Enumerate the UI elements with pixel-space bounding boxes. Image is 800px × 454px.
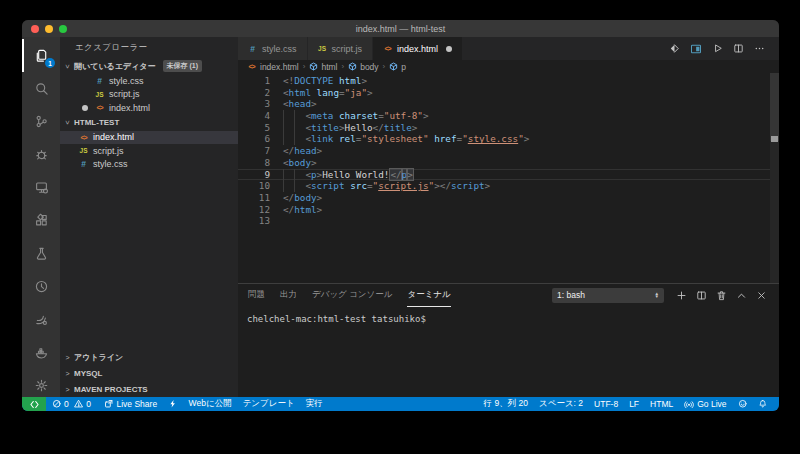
- code-line-11[interactable]: 11</body>: [238, 192, 779, 204]
- activity-item-settings[interactable]: [22, 369, 60, 402]
- chevron-down-icon: >: [64, 62, 71, 71]
- editor-scrollbar[interactable]: [770, 73, 779, 283]
- zoom-window-button[interactable]: [59, 25, 67, 33]
- section-アウトライン[interactable]: >アウトライン: [60, 349, 238, 365]
- tab-script.js[interactable]: JSscript.js: [308, 37, 374, 60]
- go-live-icon: [684, 399, 694, 409]
- status-language-mode[interactable]: HTML: [645, 397, 679, 411]
- code-line-3[interactable]: 3<head>: [238, 98, 779, 110]
- code-editor[interactable]: 1<!DOCTYPE html>2<html lang="ja">3<head>…: [238, 73, 779, 283]
- panel-tab-デバッグ コンソール[interactable]: デバッグ コンソール: [312, 284, 392, 307]
- line-number: 5: [238, 122, 283, 134]
- activity-item-debug[interactable]: [22, 138, 60, 171]
- more-actions-button[interactable]: [754, 43, 765, 54]
- format-document-button[interactable]: [669, 43, 680, 54]
- symbol-icon: [348, 62, 357, 71]
- status-go-live[interactable]: Go Live: [679, 397, 732, 411]
- terminal-output[interactable]: chelchel-mac:html-test tatsuhiko$: [238, 306, 779, 397]
- activity-item-explorer[interactable]: 1: [22, 39, 60, 72]
- code-token: </: [440, 180, 451, 192]
- section-maven-projects[interactable]: >MAVEN PROJECTS: [60, 381, 238, 397]
- activity-item-source-control[interactable]: [22, 105, 60, 138]
- code-line-10[interactable]: 10<script src="script.js"></script>: [238, 180, 779, 192]
- code-token: script.js: [378, 180, 428, 192]
- code-token: style.css: [468, 133, 518, 145]
- code-line-8[interactable]: 8<body>: [238, 157, 779, 169]
- minimize-window-button[interactable]: [45, 25, 53, 33]
- section-mysql[interactable]: >MYSQL: [60, 365, 238, 381]
- chevron-right-icon: >: [63, 370, 72, 377]
- tree-item[interactable]: #style.css: [60, 158, 238, 172]
- code-line-9[interactable]: 9<p>Hello World!</p>: [238, 169, 779, 181]
- activity-item-live-share[interactable]: [22, 303, 60, 336]
- status-indentation[interactable]: スペース: 2: [533, 397, 588, 411]
- open-editor-item[interactable]: <>index.html: [60, 101, 238, 115]
- split-terminal-button[interactable]: [696, 290, 707, 301]
- line-number: 11: [238, 192, 283, 204]
- line-number: 1: [238, 75, 283, 87]
- status-template[interactable]: テンプレート: [237, 397, 300, 411]
- open-editors-header[interactable]: > 開いているエディター 未保存 (1): [60, 58, 238, 74]
- file-name: style.css: [109, 76, 144, 86]
- live-share-icon: [34, 312, 49, 327]
- run-file-button[interactable]: [712, 43, 723, 54]
- code-token: >: [317, 192, 323, 204]
- close-window-button[interactable]: [31, 25, 39, 33]
- kill-terminal-button[interactable]: [716, 290, 727, 301]
- chevron-down-icon: >: [64, 118, 71, 127]
- code-line-13[interactable]: 13: [238, 215, 779, 227]
- status-publish-web[interactable]: Webに公開: [183, 397, 237, 411]
- panel-tab-ターミナル[interactable]: ターミナル: [407, 284, 450, 307]
- status-feedback-smiley[interactable]: [732, 397, 753, 411]
- close-panel-button[interactable]: [756, 290, 767, 301]
- open-editor-item[interactable]: #style.css: [60, 74, 238, 88]
- activity-item-docker[interactable]: [22, 336, 60, 369]
- open-preview-button[interactable]: [690, 43, 702, 55]
- status-run[interactable]: 実行: [300, 397, 328, 411]
- breadcrumb-item-html[interactable]: html: [309, 62, 337, 72]
- code-line-12[interactable]: 12</html>: [238, 204, 779, 216]
- maximize-panel-button[interactable]: [736, 290, 747, 301]
- tab-style.css[interactable]: #style.css: [238, 37, 308, 60]
- tree-item[interactable]: <>index.html: [60, 131, 238, 145]
- panel-tab-問題[interactable]: 問題: [248, 284, 265, 307]
- status-live-share[interactable]: Live Share: [98, 397, 162, 411]
- status-cursor-position[interactable]: 行 9、列 20: [478, 397, 533, 411]
- activity-item-tests[interactable]: [22, 237, 60, 270]
- html-file-icon: <>: [383, 45, 392, 52]
- panel-tab-出力[interactable]: 出力: [280, 284, 297, 307]
- indent-guide: [294, 180, 305, 192]
- new-terminal-button[interactable]: [676, 290, 687, 301]
- breadcrumb-item-p[interactable]: p: [389, 62, 406, 72]
- code-token: <!: [283, 75, 294, 87]
- breadcrumb-item-body[interactable]: body: [348, 62, 378, 72]
- code-token: >: [311, 157, 317, 169]
- code-line-7[interactable]: 7</head>: [238, 145, 779, 157]
- code-line-1[interactable]: 1<!DOCTYPE html>: [238, 75, 779, 87]
- folder-header[interactable]: > HTML-TEST: [60, 115, 238, 131]
- split-editor-button[interactable]: [733, 43, 744, 54]
- status-eol[interactable]: LF: [624, 397, 645, 411]
- activity-item-remote-explorer[interactable]: [22, 171, 60, 204]
- activity-item-extensions[interactable]: [22, 204, 60, 237]
- tree-item[interactable]: JSscript.js: [60, 144, 238, 158]
- code-line-4[interactable]: 4<meta charset="utf-8">: [238, 110, 779, 122]
- status-encoding[interactable]: UTF-8: [589, 397, 624, 411]
- tab-index.html[interactable]: <>index.html: [373, 37, 463, 60]
- code-line-2[interactable]: 2<html lang="ja">: [238, 87, 779, 99]
- line-number: 2: [238, 87, 283, 99]
- status-lightning[interactable]: [163, 397, 184, 411]
- breadcrumb-item-index.html[interactable]: <>index.html: [246, 62, 299, 72]
- explorer-sidebar: エクスプローラー > 開いているエディター 未保存 (1) #style.css…: [60, 37, 238, 397]
- code-line-6[interactable]: 6<link rel="stylesheet" href="style.css"…: [238, 133, 779, 145]
- run-file-icon: [712, 43, 723, 54]
- open-editor-item[interactable]: JSscript.js: [60, 88, 238, 102]
- activity-item-search[interactable]: [22, 72, 60, 105]
- code-token: "stylesheet": [361, 133, 428, 145]
- status-notifications-bell[interactable]: [753, 397, 774, 411]
- title-bar[interactable]: index.html — html-test: [22, 20, 779, 37]
- code-token: >: [361, 75, 367, 87]
- activity-item-history[interactable]: [22, 270, 60, 303]
- terminal-shell-select[interactable]: 1: bash ▲▼: [552, 288, 664, 303]
- code-line-5[interactable]: 5<title>Hello</title>: [238, 122, 779, 134]
